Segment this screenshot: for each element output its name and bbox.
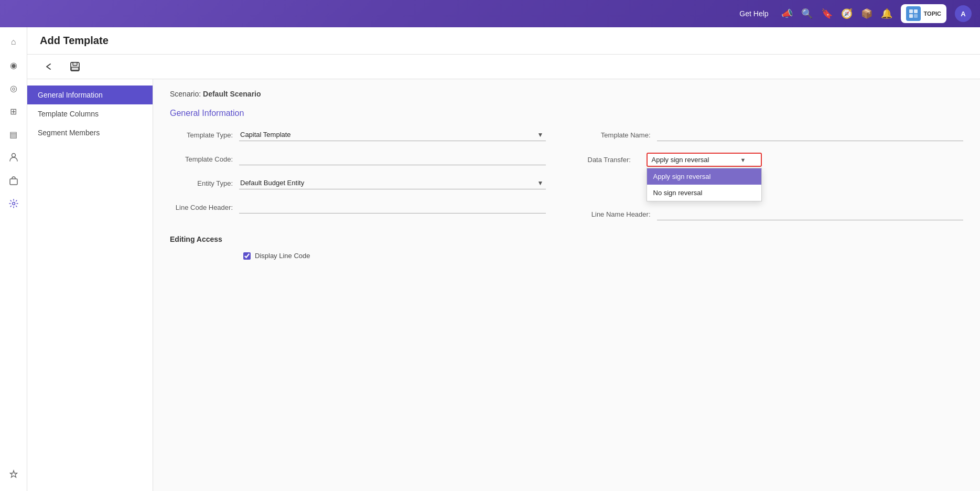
bell-icon[interactable]: 🔔 [881, 8, 892, 19]
template-type-field: Capital Template ▼ [239, 129, 546, 141]
line-name-header-label: Line Name Header: [588, 210, 651, 218]
line-name-header-field [657, 208, 964, 220]
display-line-code-row: Display Line Code [243, 252, 963, 260]
dropdown-item-apply-sign-reversal[interactable]: Apply sign reversal [647, 168, 761, 185]
compass-icon[interactable]: 🧭 [841, 8, 853, 19]
data-transfer-value: Apply sign reversal [652, 156, 709, 164]
sidebar-item-target[interactable]: ◎ [3, 78, 24, 99]
data-transfer-container: Data Transfer: Apply sign reversal ▼ App… [588, 153, 964, 167]
svg-rect-5 [10, 179, 17, 185]
svg-point-4 [12, 154, 15, 157]
entity-type-row: Entity Type: Default Budget Entity ▼ [170, 177, 546, 189]
line-code-header-input[interactable] [239, 201, 546, 214]
page-title: Add Template [40, 35, 109, 47]
sidebar-item-globe[interactable]: ◉ [3, 55, 24, 76]
template-type-label: Template Type: [170, 131, 233, 139]
editing-access-title: Editing Access [170, 235, 963, 243]
sidebar-icons: ⌂ ◉ ◎ ⊞ ▤ [0, 27, 27, 491]
data-transfer-arrow: ▼ [740, 157, 746, 163]
svg-rect-8 [73, 62, 77, 66]
template-code-input[interactable] [239, 153, 546, 165]
search-icon[interactable]: 🔍 [801, 8, 813, 19]
editing-access-section: Editing Access Display Line Code [170, 235, 963, 260]
template-code-row: Template Code: [170, 153, 546, 165]
left-nav: General Information Template Columns Seg… [27, 79, 153, 491]
template-type-select[interactable]: Capital Template [239, 129, 546, 141]
sidebar-item-bag[interactable] [3, 170, 24, 191]
avatar[interactable]: A [955, 5, 972, 22]
svg-rect-1 [914, 9, 918, 13]
cube-icon[interactable]: 📦 [861, 8, 873, 19]
nav-item-segment-members[interactable]: Segment Members [27, 123, 153, 142]
megaphone-icon[interactable]: 📣 [781, 8, 793, 19]
section-title: General Information [170, 109, 963, 118]
get-help-label[interactable]: Get Help [739, 9, 768, 18]
main-layout: ⌂ ◉ ◎ ⊞ ▤ Add Template [0, 27, 980, 491]
sidebar-item-home[interactable]: ⌂ [3, 31, 24, 52]
svg-rect-9 [71, 67, 79, 70]
template-name-label: Template Name: [588, 131, 651, 139]
sidebar-item-grid[interactable]: ⊞ [3, 101, 24, 122]
page-header: Add Template [27, 27, 980, 55]
active-app-button[interactable]: TOPIC [901, 4, 946, 23]
svg-point-6 [12, 202, 15, 205]
scenario-value: Default Scenario [203, 90, 261, 98]
sidebar-item-person[interactable] [3, 147, 24, 168]
back-button[interactable] [40, 59, 59, 74]
save-button[interactable] [65, 59, 85, 74]
data-transfer-dropdown: Apply sign reversal No sign reversal [647, 168, 762, 201]
line-code-header-label: Line Code Header: [170, 204, 233, 211]
entity-type-select[interactable]: Default Budget Entity [239, 177, 546, 189]
display-line-code-checkbox[interactable] [243, 252, 251, 260]
nav-item-template-columns[interactable]: Template Columns [27, 104, 153, 123]
display-line-code-label: Display Line Code [255, 252, 310, 260]
form-panel: Scenario: Default Scenario General Infor… [153, 79, 980, 491]
active-app-icon [906, 6, 921, 21]
template-code-field [239, 153, 546, 165]
svg-rect-0 [909, 9, 913, 13]
line-code-header-field [239, 201, 546, 214]
entity-type-field: Default Budget Entity ▼ [239, 177, 546, 189]
toolbar [27, 55, 980, 79]
template-name-row: Template Name: [588, 129, 964, 141]
active-app-label: TOPIC [924, 10, 941, 17]
sidebar-item-settings[interactable] [3, 193, 24, 214]
template-type-row: Template Type: Capital Template ▼ [170, 129, 546, 141]
content-area: Add Template General Information Templat… [27, 27, 980, 491]
data-transfer-select[interactable]: Apply sign reversal ▼ [647, 153, 762, 167]
svg-rect-2 [909, 14, 913, 18]
template-name-field [657, 129, 964, 141]
sidebar-item-chart[interactable]: ▤ [3, 124, 24, 145]
line-code-header-row: Line Code Header: [170, 201, 546, 214]
dropdown-item-no-sign-reversal[interactable]: No sign reversal [647, 185, 761, 201]
top-nav: Get Help 📣 🔍 🔖 🧭 📦 🔔 TOPIC A [0, 0, 980, 27]
template-name-input[interactable] [657, 129, 964, 141]
sidebar-item-pin[interactable] [3, 464, 24, 485]
svg-rect-3 [914, 14, 918, 18]
line-name-header-input[interactable] [657, 208, 964, 220]
line-name-header-row: Line Name Header: [588, 208, 964, 220]
nav-item-general-information[interactable]: General Information [27, 86, 153, 104]
bookmark-icon[interactable]: 🔖 [821, 8, 833, 19]
entity-type-label: Entity Type: [170, 179, 233, 187]
template-code-label: Template Code: [170, 155, 233, 163]
data-transfer-label: Data Transfer: [588, 156, 640, 164]
two-panel: General Information Template Columns Seg… [27, 79, 980, 491]
scenario-label: Scenario: Default Scenario [170, 90, 963, 98]
data-transfer-row: Data Transfer: Apply sign reversal ▼ [588, 153, 964, 167]
